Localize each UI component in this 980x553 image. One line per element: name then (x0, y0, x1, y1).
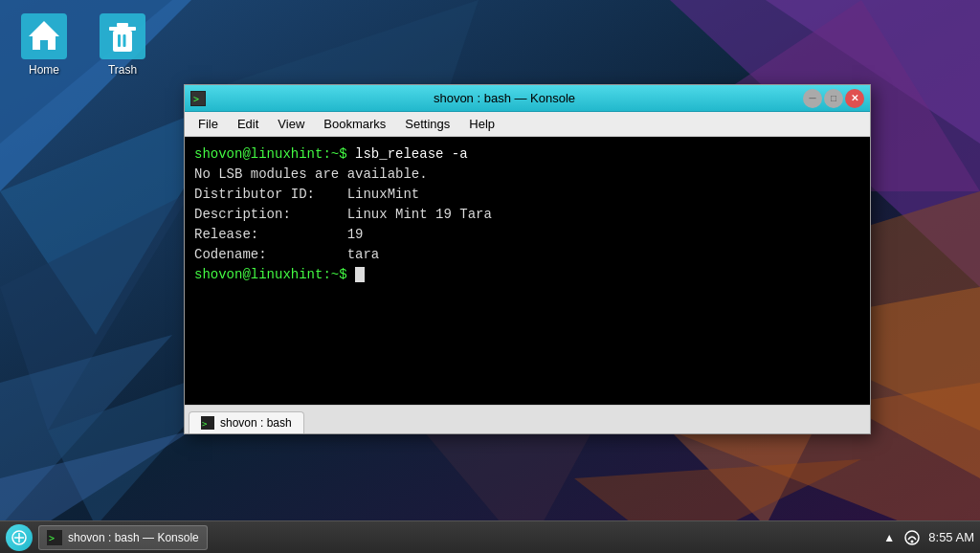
taskbar-left: > shovon : bash — Konsole (6, 524, 208, 551)
svg-rect-26 (123, 34, 126, 47)
tray-network-icon (903, 529, 921, 546)
trash-icon-label: Trash (108, 63, 137, 77)
konsole-titlebar: > shovon : bash — Konsole ─ □ ✕ (185, 85, 870, 112)
menu-file[interactable]: File (189, 115, 228, 133)
svg-rect-25 (118, 34, 121, 47)
trash-icon-image (100, 13, 145, 59)
home-icon-image (21, 13, 67, 59)
desktop: Home Trash (0, 0, 980, 553)
tab-label: shovon : bash (220, 416, 292, 430)
konsole-tab-1[interactable]: > shovon : bash (189, 411, 304, 433)
taskbar-tray: ▲ (880, 529, 921, 546)
desktop-icons: Home Trash (10, 10, 157, 80)
menu-bookmarks[interactable]: Bookmarks (314, 115, 395, 133)
titlebar-left: > (190, 91, 206, 106)
terminal-line-2: No LSB modules are available. (194, 165, 860, 185)
term-command-1: lsb_release -a (355, 146, 468, 162)
terminal-line-1: shovon@linuxhint:~$ lsb_release -a (194, 144, 860, 165)
svg-text:>: > (202, 419, 208, 429)
konsole-menubar: File Edit View Bookmarks Settings Help (185, 112, 870, 137)
terminal-line-3: Distributor ID: LinuxMint (194, 185, 860, 205)
svg-rect-23 (109, 27, 136, 31)
terminal-area[interactable]: shovon@linuxhint:~$ lsb_release -a No LS… (185, 137, 870, 405)
svg-rect-24 (117, 23, 128, 27)
taskbar-right: ▲ 8:55 AM (880, 529, 974, 546)
taskbar-app-label: shovon : bash — Konsole (68, 531, 199, 544)
terminal-cursor (355, 267, 365, 282)
maximize-button[interactable]: □ (824, 89, 843, 108)
close-button[interactable]: ✕ (845, 89, 864, 108)
tab-icon: > (201, 416, 214, 430)
titlebar-controls: ─ □ ✕ (803, 89, 864, 108)
term-prompt-1: shovon@linuxhint:~$ (194, 146, 355, 162)
menu-view[interactable]: View (268, 115, 314, 133)
terminal-line-4: Description: Linux Mint 19 Tara (194, 205, 860, 225)
menu-settings[interactable]: Settings (395, 115, 459, 133)
svg-point-37 (911, 540, 914, 542)
terminal-line-5: Release: 19 (194, 225, 860, 245)
svg-text:>: > (193, 94, 199, 104)
taskbar: > shovon : bash — Konsole ▲ 8:55 AM (0, 520, 980, 553)
minimize-button[interactable]: ─ (803, 89, 822, 108)
konsole-tabbar: > shovon : bash (185, 405, 870, 433)
terminal-line-7: shovon@linuxhint:~$ (194, 265, 860, 285)
titlebar-app-icon: > (190, 91, 206, 106)
taskbar-app-icon: > (47, 530, 62, 545)
taskbar-start-button[interactable] (6, 524, 33, 551)
svg-text:>: > (49, 533, 55, 543)
terminal-line-6: Codename: tara (194, 245, 860, 265)
home-icon-desktop[interactable]: Home (10, 10, 78, 80)
term-prompt-2: shovon@linuxhint:~$ (194, 267, 355, 282)
taskbar-konsole-app[interactable]: > shovon : bash — Konsole (38, 525, 208, 550)
konsole-window: > shovon : bash — Konsole ─ □ ✕ File Edi… (184, 84, 871, 434)
svg-rect-22 (113, 31, 132, 52)
tray-chevron-icon: ▲ (880, 529, 898, 546)
home-icon-label: Home (29, 63, 59, 77)
trash-icon-desktop[interactable]: Trash (88, 10, 157, 80)
menu-help[interactable]: Help (459, 115, 504, 133)
taskbar-clock: 8:55 AM (928, 530, 974, 544)
konsole-title: shovon : bash — Konsole (206, 91, 803, 105)
menu-edit[interactable]: Edit (228, 115, 268, 133)
